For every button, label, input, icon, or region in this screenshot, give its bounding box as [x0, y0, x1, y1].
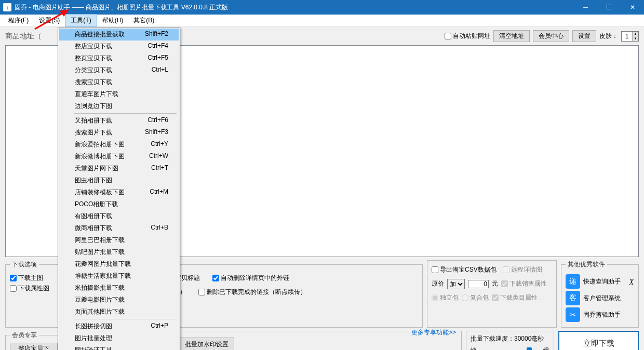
member-center-button[interactable]: 会员中心: [533, 30, 569, 42]
app-icon: ↓: [3, 3, 11, 11]
x-badge: X: [629, 278, 634, 287]
menu-help[interactable]: 帮助(H): [97, 15, 129, 26]
menu-item[interactable]: 整店宝贝下载Ctrl+F4: [59, 41, 179, 52]
menu-item[interactable]: 店铺装修模板下图Ctrl+M: [59, 186, 179, 198]
crm-icon: 客: [566, 291, 580, 305]
menu-item[interactable]: 豆瓣电影图片下载: [59, 294, 179, 306]
dl-cat-attr-checkbox: 下载类目属性: [492, 293, 538, 302]
menu-item[interactable]: POCO相册下载: [59, 198, 179, 210]
menu-item[interactable]: 分类宝贝下载Ctrl+L: [59, 64, 179, 76]
delete-completed-checkbox[interactable]: 删除已下载完成的链接（断点续传）: [198, 288, 306, 297]
other-app-clip[interactable]: ✂固乔剪辑助手: [566, 307, 634, 322]
menu-item[interactable]: 有图相册下载: [59, 210, 179, 222]
menu-other[interactable]: 其它(B): [128, 15, 159, 26]
menu-item[interactable]: 米拍摄影批量下载: [59, 282, 179, 294]
menu-item[interactable]: 又拍相册下载Ctrl+F6: [59, 115, 179, 127]
maximize-button[interactable]: ☐: [597, 0, 621, 15]
titlebar: ↓ 固乔 - 电商图片助手 —— 商品图片、相册照片批量下载工具 V62.0.0…: [0, 0, 644, 15]
menu-program[interactable]: 程序(F): [3, 15, 34, 26]
other-software-group: 其他优秀软件 递快递查询助手 客客户管理系统 ✂固乔剪辑助手: [561, 260, 639, 328]
tools-dropdown: 商品链接批量获取Shift+F2整店宝贝下载Ctrl+F4整页宝贝下载Ctrl+…: [58, 27, 180, 350]
menu-item[interactable]: 天堂图片网下图Ctrl+T: [59, 163, 179, 174]
menu-item[interactable]: 整页宝贝下载Ctrl+F5: [59, 52, 179, 64]
vip-group: 会员专享 整店宝贝下载: [5, 331, 62, 350]
speed-group: 批量下载速度：30000毫秒 快 慢 下图完成后自动关闭软件: [466, 331, 554, 350]
menu-item[interactable]: 阿里巴巴相册下载: [59, 234, 179, 246]
skin-value[interactable]: [622, 32, 632, 41]
menu-item[interactable]: 新浪爱拍相册下图Ctrl+Y: [59, 139, 179, 151]
speed-label: 批量下载速度：30000毫秒: [471, 334, 549, 343]
auto-delete-links-checkbox[interactable]: 自动删除详情页中的外链: [212, 274, 289, 282]
auto-paste-checkbox[interactable]: 自动粘贴网址: [445, 32, 490, 41]
skin-spinner[interactable]: ▲▼: [621, 31, 639, 42]
dl-sale-attr-checkbox: 下载销售属性: [501, 279, 547, 288]
window-title: 固乔 - 电商图片助手 —— 商品图片、相册照片批量下载工具 V62.0.0.8…: [15, 3, 574, 12]
csv-export-group: 导出淘宝CSV数据包 远程详情图 原价 加 元 下载销售属性 独立包 复合包 下…: [427, 260, 557, 328]
download-attr-checkbox[interactable]: 下载属性图: [10, 284, 58, 293]
clear-address-button[interactable]: 清空地址: [493, 30, 530, 42]
other-app-crm[interactable]: 客客户管理系统: [566, 291, 634, 305]
export-csv-checkbox[interactable]: 导出淘宝CSV数据包: [432, 265, 497, 274]
price-op-select[interactable]: 加: [447, 279, 465, 289]
remote-detail-checkbox: 远程详情图: [503, 265, 542, 274]
menu-item[interactable]: 直通车图片下载: [59, 88, 179, 100]
express-icon: 递: [566, 274, 580, 289]
menu-tools[interactable]: 工具(T): [65, 14, 97, 27]
menu-item[interactable]: 新浪微博相册下图Ctrl+W: [59, 151, 179, 163]
menu-item[interactable]: 网址验证工具: [59, 344, 179, 350]
spin-up-icon[interactable]: ▲: [632, 32, 638, 36]
menu-item[interactable]: 花瓣网图片批量下载: [59, 258, 179, 270]
menu-item[interactable]: 图片批量处理: [59, 332, 179, 344]
menu-item[interactable]: 长图拼接切图Ctrl+P: [59, 320, 179, 332]
skin-label: 皮肤：: [599, 32, 618, 41]
combo-pack-radio: 复合包: [462, 293, 489, 302]
menu-item[interactable]: 页面其他图片下载: [59, 306, 179, 318]
menu-item[interactable]: 堆糖生活家批量下载: [59, 270, 179, 282]
menu-item[interactable]: 搜索宝贝下载: [59, 76, 179, 88]
menu-item[interactable]: 微商相册下载Ctrl+B: [59, 222, 179, 234]
single-pack-radio: 独立包: [432, 293, 459, 302]
download-now-button[interactable]: 立即下载: [558, 331, 639, 350]
settings-button[interactable]: 设置: [572, 30, 596, 42]
other-app-express[interactable]: 递快递查询助手: [566, 274, 634, 289]
download-main-checkbox[interactable]: 下载主图: [10, 274, 58, 282]
whole-shop-button[interactable]: 整店宝贝下载: [10, 343, 58, 350]
menu-item[interactable]: 边浏览边下图: [59, 100, 179, 112]
menu-item[interactable]: 贴吧图片批量下载: [59, 246, 179, 258]
menu-item[interactable]: 商品链接批量获取Shift+F2: [59, 29, 179, 41]
minimize-button[interactable]: ─: [574, 0, 597, 15]
more-features-link[interactable]: 更多专享功能>>: [409, 328, 458, 337]
menu-item[interactable]: 图虫相册下图: [59, 174, 179, 186]
menu-settings[interactable]: 设置(S): [34, 15, 65, 26]
menu-item[interactable]: 搜索图片下载Shift+F3: [59, 127, 179, 139]
watermark-button[interactable]: 批量加水印设置: [179, 338, 234, 350]
download-options-group: 下载选项 下载主图 下载属性图: [5, 260, 62, 328]
clip-icon: ✂: [566, 307, 580, 322]
menubar: 程序(F) 设置(S) 工具(T) 帮助(H) 其它(B): [0, 15, 644, 27]
price-label: 原价: [432, 279, 444, 288]
price-input[interactable]: [468, 280, 489, 288]
close-button[interactable]: ✕: [621, 0, 644, 15]
spin-down-icon[interactable]: ▼: [632, 36, 638, 41]
address-label: 商品地址（: [5, 32, 42, 41]
